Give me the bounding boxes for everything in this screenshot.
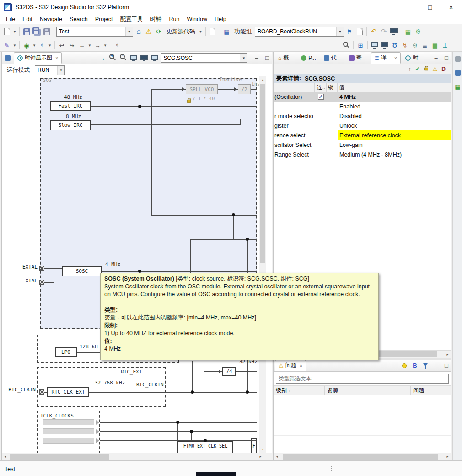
default-filter-icon[interactable]: D <box>441 66 446 72</box>
save-as-button[interactable] <box>42 27 51 37</box>
functional-group-combo[interactable]: BOARD_BootClockRUN ▾ <box>255 27 344 37</box>
col-connected[interactable]: 连.. <box>315 83 327 92</box>
tab-problems[interactable]: ⚠ 问题 × <box>275 360 306 371</box>
scroll-right-icon[interactable]: ▸ <box>444 453 451 460</box>
clocks-tool-button[interactable]: ⚙ <box>410 40 419 50</box>
table-row[interactable]: Range Select Medium (4 MHz - 8MHz) <box>274 150 451 159</box>
menu-edit[interactable]: Edit <box>19 15 36 23</box>
update-code-icon[interactable]: ⟳ <box>154 27 163 37</box>
forward-button[interactable]: → <box>93 40 102 50</box>
update-code-button[interactable]: 更新源代码 <box>164 28 198 36</box>
launch-config-combo[interactable]: Test ▾ <box>56 27 133 37</box>
scrollbar-thumb[interactable] <box>260 84 265 263</box>
export-button[interactable] <box>389 27 398 37</box>
tab-clock-diagram[interactable]: 时钟显示图 × <box>14 52 62 64</box>
sosc-block[interactable]: SOSC <box>62 266 102 276</box>
menu-clocks[interactable]: 时钟 <box>147 15 166 24</box>
open-table-button[interactable]: ⊞ <box>356 40 365 50</box>
flag-button[interactable]: ⚑ <box>345 27 354 37</box>
scroll-right-icon[interactable]: ▸ <box>257 453 264 460</box>
scroll-down-icon[interactable]: ▾ <box>259 446 266 453</box>
report-button[interactable] <box>355 27 364 37</box>
new-button[interactable] <box>2 27 11 37</box>
back-button[interactable]: ← <box>77 40 86 50</box>
tab-close-icon[interactable]: × <box>55 55 58 61</box>
registers-tool-button[interactable]: ≣ <box>420 40 430 50</box>
tclk-slot[interactable] <box>43 419 94 425</box>
tclk-slot[interactable] <box>43 428 94 434</box>
menu-run[interactable]: Run <box>166 15 183 23</box>
power-tool-button[interactable]: ↯ <box>400 40 409 50</box>
debug-tool-button[interactable]: ⌖ <box>38 40 47 50</box>
functional-group-icon[interactable]: ▦ <box>222 27 231 37</box>
type-filter-input[interactable] <box>276 374 449 384</box>
element-combo[interactable]: SCG.SOSC ▾ <box>161 53 247 63</box>
scroll-left-icon[interactable]: ◂ <box>2 453 9 460</box>
filter-button[interactable] <box>421 361 430 371</box>
search-button[interactable] <box>342 40 351 50</box>
problems-table-body[interactable] <box>274 395 451 453</box>
tab-p[interactable]: P... <box>298 52 319 64</box>
table-row[interactable]: rence select External reference clock <box>274 130 451 140</box>
menu-config-tools[interactable]: 配置工具 <box>117 15 147 24</box>
col-resource[interactable]: 资源 <box>325 386 411 395</box>
col-problem[interactable]: 问题 <box>411 386 451 395</box>
fit-view-button[interactable] <box>129 53 138 63</box>
quick-fix-button[interactable] <box>400 361 409 371</box>
menu-help[interactable]: Help <box>211 15 230 23</box>
slow-irc-block[interactable]: Slow IRC <box>50 120 91 130</box>
lpo-block[interactable]: LPO <box>55 347 77 357</box>
col-lock[interactable]: 锁 <box>327 83 338 92</box>
memory-grid-button[interactable]: ▦ <box>403 27 413 37</box>
go-into-button[interactable]: → <box>97 53 107 63</box>
warning-indicator-icon[interactable]: ⚠ <box>144 27 153 37</box>
tclk-slot[interactable] <box>43 438 94 444</box>
run-tool-dropdown[interactable]: ▾ <box>32 40 37 50</box>
annotate-button[interactable]: ✎ <box>2 40 11 50</box>
scrollbar-thumb[interactable] <box>283 454 438 460</box>
scroll-right-icon[interactable]: ▸ <box>444 351 451 358</box>
group-by-button[interactable]: B <box>410 361 419 371</box>
scroll-up-icon[interactable]: ▴ <box>259 76 266 83</box>
menu-project[interactable]: Project <box>91 15 117 23</box>
spll-vco-block[interactable]: SPLL_VCO <box>186 84 218 94</box>
view-maximize-button[interactable]: □ <box>442 361 451 371</box>
tab-registers[interactable]: 寄... <box>346 52 370 64</box>
tab-clocks[interactable]: 时... <box>402 52 426 64</box>
col-value[interactable]: 值 <box>338 83 451 92</box>
detail-view-button[interactable] <box>150 53 159 63</box>
back-dropdown[interactable]: ▾ <box>87 40 92 50</box>
clock-diagram-canvas[interactable]: SCG Inactive Ins SPLL_VCO /2 / 1 * 40 Fa… <box>2 76 272 453</box>
view-maximize-button[interactable]: □ <box>442 53 451 63</box>
view-minimize-button[interactable]: – <box>431 361 441 371</box>
minimized-view-button[interactable] <box>453 68 462 78</box>
debug-tool-dropdown[interactable]: ▾ <box>48 40 52 50</box>
forward-history-button[interactable]: ↪ <box>67 40 76 50</box>
tab-overview[interactable]: ⌂ 概... <box>275 52 296 64</box>
perspective-icon[interactable] <box>3 53 12 63</box>
redo-button[interactable]: ↷ <box>379 27 388 37</box>
full-view-button[interactable] <box>140 53 149 63</box>
tab-code[interactable]: 代... <box>321 52 344 64</box>
table-row[interactable]: scillator Select Low-gain <box>274 140 451 150</box>
validate-icon[interactable]: ✓ <box>415 66 420 72</box>
run-mode-combo[interactable]: RUN ▾ <box>35 65 65 75</box>
spll-div2-block[interactable]: /2 <box>238 84 251 94</box>
fast-irc-block[interactable]: Fast IRC <box>50 101 91 111</box>
combo-arrow-icon[interactable]: ▾ <box>336 27 344 36</box>
col-level[interactable]: 级别 ▿ <box>274 386 325 395</box>
minimize-button[interactable]: – <box>398 0 419 14</box>
pins-tool-button[interactable]: Ʊ <box>390 40 399 50</box>
combo-arrow-icon[interactable]: ▾ <box>240 54 247 62</box>
warning-filter-icon[interactable]: ⚠ <box>433 66 438 72</box>
config-window-button[interactable] <box>208 27 217 37</box>
maximize-button[interactable]: □ <box>419 0 441 14</box>
combo-arrow-icon[interactable]: ▾ <box>57 66 64 75</box>
statusbar-grip[interactable] <box>331 466 332 467</box>
tab-close-icon[interactable]: × <box>300 363 302 368</box>
table-row[interactable]: (Oscillator) ✓ 4 MHz <box>274 92 451 102</box>
extal-port[interactable] <box>39 266 44 271</box>
view-minimize-button[interactable]: – <box>252 53 261 63</box>
annotate-dropdown[interactable]: ▾ <box>12 40 17 50</box>
menu-window[interactable]: Window <box>183 15 211 23</box>
